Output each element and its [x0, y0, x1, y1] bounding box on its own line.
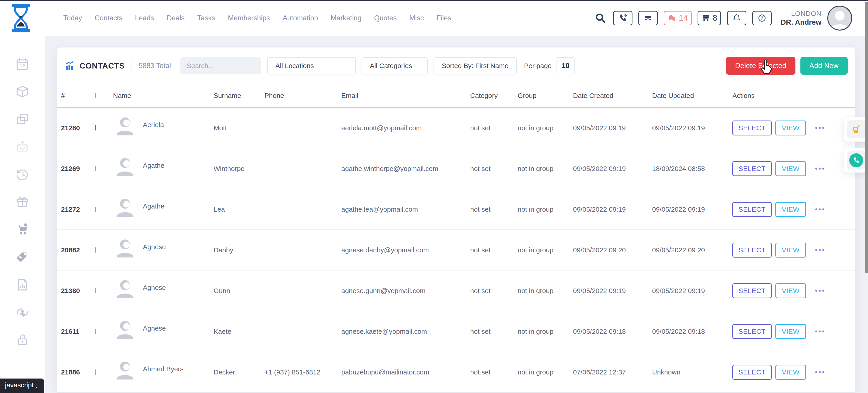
- row-checkbox[interactable]: [95, 166, 96, 171]
- select-button[interactable]: SELECT: [733, 283, 772, 298]
- contact-phone: +1 (937) 851-6812: [265, 368, 341, 376]
- contact-group: not in group: [518, 124, 573, 132]
- nav-automation[interactable]: Automation: [283, 14, 318, 22]
- row-id: 20882: [61, 246, 95, 254]
- row-checkbox[interactable]: [95, 247, 96, 252]
- view-button[interactable]: VIEW: [775, 365, 806, 380]
- more-actions-button[interactable]: •••: [815, 206, 826, 213]
- notifications-button[interactable]: [727, 11, 746, 25]
- sidebar-price-tag-icon[interactable]: $: [15, 250, 30, 265]
- sidebar-calendar-icon[interactable]: 12: [15, 57, 30, 71]
- view-button[interactable]: VIEW: [775, 324, 806, 339]
- add-new-button[interactable]: Add New: [800, 57, 848, 74]
- sidebar-report-icon[interactable]: [15, 277, 30, 292]
- more-actions-button[interactable]: •••: [815, 287, 826, 295]
- avatar: [113, 357, 137, 381]
- top-navbar: Today Contacts Leads Deals Tasks Members…: [0, 0, 868, 36]
- vertical-scrollbar[interactable]: [865, 2, 868, 273]
- phone-shortcut-button[interactable]: [847, 151, 865, 169]
- view-button[interactable]: VIEW: [775, 243, 806, 258]
- select-button[interactable]: SELECT: [733, 365, 772, 380]
- icon-sidebar: 12 $: [0, 36, 45, 393]
- sidebar-copy-pages-icon[interactable]: [15, 112, 30, 127]
- sidebar-gift-icon[interactable]: [15, 194, 30, 209]
- nav-today[interactable]: Today: [63, 14, 82, 22]
- more-actions-button[interactable]: •••: [815, 246, 826, 254]
- floating-phone-widget: [844, 148, 868, 173]
- view-button[interactable]: VIEW: [775, 121, 806, 135]
- select-button[interactable]: SELECT: [733, 324, 772, 339]
- contact-date-updated: 18/09/2024 08:58: [652, 165, 733, 173]
- nav-quotes[interactable]: Quotes: [374, 14, 397, 22]
- nav-misc[interactable]: Misc: [409, 14, 424, 22]
- row-id: 21272: [61, 206, 95, 213]
- contact-email: aeriela.mott@yopmail.com: [341, 124, 470, 132]
- view-button[interactable]: VIEW: [775, 161, 806, 176]
- view-button[interactable]: VIEW: [775, 283, 806, 298]
- contacts-search: [180, 57, 261, 74]
- select-all-checkbox[interactable]: [95, 93, 96, 98]
- row-checkbox[interactable]: [95, 288, 96, 293]
- contact-date-created: 09/05/2022 09:19: [573, 206, 652, 213]
- row-checkbox[interactable]: [95, 329, 96, 334]
- row-checkbox[interactable]: [95, 207, 96, 212]
- contact-email: agnese.kaete@yopmail.com: [341, 328, 470, 335]
- table-row: 21611 Agnese Kaete agnese.kaete@yopmail.…: [57, 311, 855, 352]
- nav-marketing[interactable]: Marketing: [331, 14, 362, 22]
- nav-files[interactable]: Files: [436, 14, 451, 22]
- row-checkbox[interactable]: [95, 369, 96, 375]
- dialer-button[interactable]: [613, 11, 632, 25]
- help-button[interactable]: ?: [752, 11, 772, 25]
- row-id: 21269: [61, 165, 95, 173]
- app-logo-hourglass-icon[interactable]: [10, 4, 32, 32]
- more-actions-button[interactable]: •••: [815, 124, 826, 132]
- chat-button[interactable]: 14: [664, 11, 692, 25]
- help-icon: ?: [757, 13, 767, 23]
- table-header: # Name Surname Phone Email Category Grou…: [57, 84, 855, 108]
- select-button[interactable]: SELECT: [733, 243, 772, 258]
- nav-memberships[interactable]: Memberships: [228, 14, 270, 22]
- delete-selected-button[interactable]: Delete Selected: [726, 57, 795, 74]
- per-page-value[interactable]: 10: [557, 57, 575, 74]
- sidebar-products-cube-icon[interactable]: [15, 84, 30, 99]
- filter-categories[interactable]: All Categories: [362, 57, 428, 74]
- select-button[interactable]: SELECT: [733, 202, 772, 217]
- select-button[interactable]: SELECT: [733, 161, 772, 176]
- row-checkbox[interactable]: [95, 125, 96, 130]
- more-actions-button[interactable]: •••: [815, 328, 826, 335]
- sidebar-lock-icon[interactable]: [15, 332, 30, 347]
- contact-group: not in group: [518, 287, 573, 295]
- svg-text:?: ?: [761, 16, 763, 20]
- status-link-preview: javascript:;: [0, 379, 44, 393]
- view-button[interactable]: VIEW: [775, 202, 806, 217]
- table-row: 21886 Ahmed Byers Decker +1 (937) 851-68…: [57, 352, 855, 393]
- filter-locations[interactable]: All Locations: [267, 57, 356, 74]
- inbox-button[interactable]: [638, 11, 658, 25]
- cart-icon: [851, 124, 862, 134]
- contact-category: not set: [470, 287, 518, 295]
- sidebar-customer-sync-icon[interactable]: [15, 305, 30, 320]
- col-surname: Surname: [214, 92, 265, 99]
- sidebar-history-icon[interactable]: [15, 167, 30, 182]
- select-button[interactable]: SELECT: [733, 121, 772, 135]
- search-icon[interactable]: [595, 13, 606, 24]
- contact-first-name: Agathe: [143, 162, 164, 169]
- sidebar-cart-icon[interactable]: [15, 222, 30, 237]
- more-actions-button[interactable]: •••: [815, 368, 826, 376]
- contact-date-updated: 09/05/2022 09:18: [652, 328, 733, 335]
- contact-date-created: 09/05/2022 09:19: [573, 124, 652, 132]
- store-icon: [702, 13, 710, 23]
- nav-contacts[interactable]: Contacts: [95, 14, 122, 22]
- search-input[interactable]: [187, 62, 274, 70]
- store-button[interactable]: 8: [698, 11, 721, 25]
- sidebar-orders-bag-icon[interactable]: [15, 139, 30, 154]
- more-actions-button[interactable]: •••: [815, 165, 826, 173]
- nav-tasks[interactable]: Tasks: [197, 14, 215, 22]
- bell-icon: [732, 13, 741, 23]
- nav-deals[interactable]: Deals: [167, 14, 185, 22]
- nav-leads[interactable]: Leads: [135, 14, 154, 22]
- filter-sort[interactable]: Sorted By: First Name: [434, 57, 517, 74]
- inbox-icon: [644, 13, 653, 23]
- cart-shortcut-button[interactable]: [847, 120, 865, 139]
- user-avatar[interactable]: [827, 6, 852, 31]
